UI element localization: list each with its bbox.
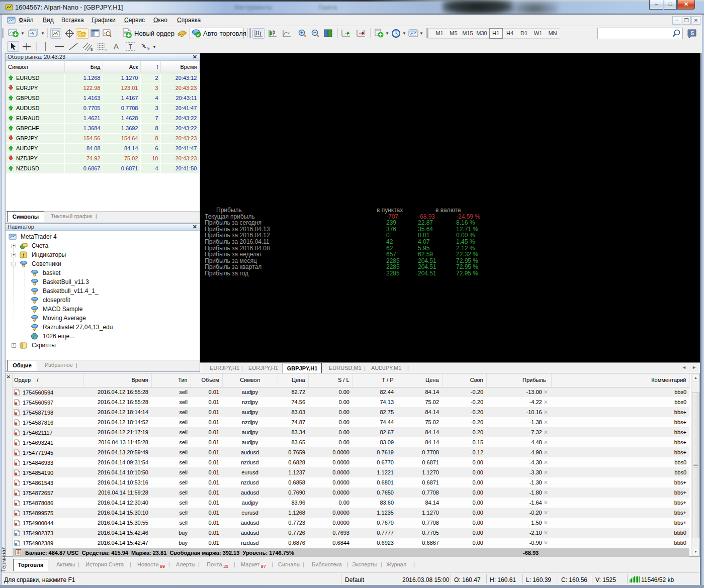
- svg-text:E: E: [91, 48, 93, 51]
- svg-text:5: 5: [691, 31, 694, 36]
- svg-text:F: F: [106, 48, 108, 52]
